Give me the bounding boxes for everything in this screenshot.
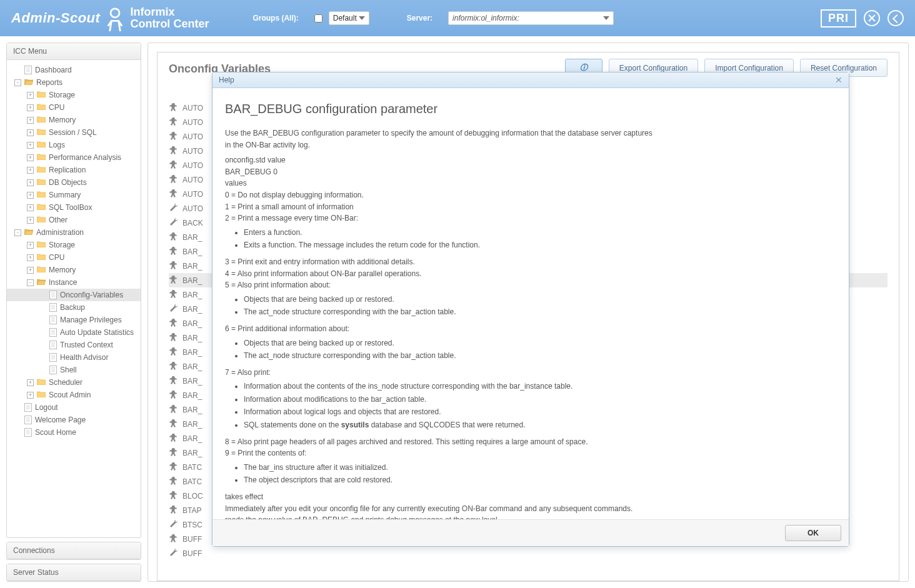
expand-toggle[interactable]: + bbox=[27, 129, 34, 136]
nav-item-memory[interactable]: +Memory bbox=[7, 264, 141, 276]
folder-icon bbox=[37, 216, 49, 224]
nav-item-storage[interactable]: +Storage bbox=[7, 89, 141, 101]
expand-toggle[interactable]: + bbox=[27, 217, 34, 224]
nav-item-logout[interactable]: Logout bbox=[7, 401, 141, 414]
nav-item-label: Storage bbox=[49, 91, 75, 99]
nav-item-manage-privileges[interactable]: Manage Privileges bbox=[7, 314, 141, 326]
help-v8: 8 = Also print page headers of all pages… bbox=[225, 436, 836, 448]
onconfig-var-label: AUTO bbox=[182, 204, 203, 213]
header-right: PRI bbox=[821, 9, 904, 27]
nav-item-welcome-page[interactable]: Welcome Page bbox=[7, 414, 141, 426]
disconnect-icon[interactable] bbox=[864, 10, 880, 26]
onconfig-var-label: BAR_ bbox=[182, 420, 202, 429]
nav-item-auto-update-statistics[interactable]: Auto Update Statistics bbox=[7, 326, 141, 339]
help-v5-li1: Objects that are being backed up or rest… bbox=[244, 294, 836, 306]
expand-toggle[interactable]: - bbox=[27, 279, 34, 286]
runner-icon bbox=[169, 260, 182, 272]
nav-item-label: Session / SQL bbox=[49, 128, 97, 137]
close-icon[interactable]: ✕ bbox=[835, 75, 842, 85]
help-v2: 2 = Print a message every time ON-Bar: bbox=[225, 212, 836, 224]
nav-item-label: Scout Home bbox=[35, 428, 76, 437]
nav-item-db-objects[interactable]: +DB Objects bbox=[7, 176, 141, 189]
nav-item-instance[interactable]: -Instance bbox=[7, 276, 141, 289]
server-status-header[interactable]: Server Status bbox=[7, 564, 141, 581]
expand-toggle[interactable]: - bbox=[14, 229, 21, 236]
help-v6-li2: The act_node structure corresponding wit… bbox=[244, 350, 836, 362]
wrench-icon bbox=[169, 519, 182, 531]
nav-item-summary[interactable]: +Summary bbox=[7, 189, 141, 201]
nav-item-reports[interactable]: -Reports bbox=[7, 76, 141, 89]
nav-item-scout-admin[interactable]: +Scout Admin bbox=[7, 389, 141, 401]
groups-select[interactable]: Default bbox=[329, 11, 369, 25]
expand-toggle[interactable]: + bbox=[27, 392, 34, 399]
back-icon[interactable] bbox=[888, 10, 904, 26]
nav-item-scout-home[interactable]: Scout Home bbox=[7, 426, 141, 439]
expand-toggle[interactable]: + bbox=[27, 204, 34, 211]
expand-toggle[interactable]: + bbox=[27, 104, 34, 111]
nav-item-label: Other bbox=[49, 216, 68, 224]
wrench-icon bbox=[169, 217, 182, 229]
nav-item-dashboard[interactable]: Dashboard bbox=[7, 64, 141, 76]
expand-toggle[interactable]: + bbox=[27, 192, 34, 199]
page-icon bbox=[49, 328, 57, 337]
page-icon bbox=[49, 341, 57, 349]
onconfig-var-label: AUTO bbox=[182, 132, 203, 141]
help-modal-header[interactable]: Help ✕ bbox=[212, 72, 849, 88]
onconfig-var-label: BAR_ bbox=[182, 377, 202, 386]
expand-toggle[interactable]: + bbox=[27, 92, 34, 99]
expand-toggle[interactable]: + bbox=[27, 267, 34, 274]
runner-icon bbox=[169, 490, 182, 502]
expand-toggle[interactable]: + bbox=[27, 117, 34, 124]
nav-item-cpu[interactable]: +CPU bbox=[7, 101, 141, 114]
expand-toggle[interactable]: - bbox=[14, 79, 21, 86]
nav-item-memory[interactable]: +Memory bbox=[7, 114, 141, 126]
nav-item-performance-analysis[interactable]: +Performance Analysis bbox=[7, 151, 141, 164]
nav-item-storage[interactable]: +Storage bbox=[7, 239, 141, 251]
onconfig-var-label: BATC bbox=[182, 477, 202, 486]
onconfig-var-label: BUFF bbox=[182, 549, 202, 558]
help-values-label: values bbox=[225, 177, 836, 189]
nav-item-session-sql[interactable]: +Session / SQL bbox=[7, 126, 141, 139]
app-header: Admin-Scout Informix Control Center Grou… bbox=[0, 0, 915, 36]
nav-item-trusted-context[interactable]: Trusted Context bbox=[7, 339, 141, 351]
expand-toggle[interactable]: + bbox=[27, 179, 34, 186]
page-icon bbox=[24, 403, 32, 412]
onconfig-var-label: AUTO bbox=[182, 190, 203, 199]
help-std2: BAR_DEBUG 0 bbox=[225, 166, 836, 178]
runner-icon bbox=[169, 361, 182, 372]
runner-icon bbox=[169, 432, 182, 444]
nav-item-label: Reports bbox=[36, 78, 62, 87]
nav-item-label: Memory bbox=[49, 116, 76, 124]
wrench-icon bbox=[169, 303, 182, 315]
icc-menu-header[interactable]: ICC Menu bbox=[7, 43, 141, 60]
onconfig-var-label: BAR_ bbox=[182, 406, 202, 414]
nav-item-onconfig-variables[interactable]: Onconfig-Variables bbox=[7, 289, 141, 301]
nav-item-label: Memory bbox=[49, 266, 76, 274]
server-select[interactable]: informix:ol_informix: bbox=[448, 11, 614, 25]
expand-toggle[interactable]: + bbox=[27, 167, 34, 174]
expand-toggle[interactable]: + bbox=[27, 379, 34, 386]
connections-header[interactable]: Connections bbox=[7, 542, 141, 559]
ok-button[interactable]: OK bbox=[785, 525, 841, 541]
expand-toggle[interactable]: + bbox=[27, 154, 34, 161]
expand-toggle[interactable]: + bbox=[27, 142, 34, 149]
nav-item-replication[interactable]: +Replication bbox=[7, 164, 141, 176]
help-v2-li1: Enters a function. bbox=[244, 227, 836, 239]
nav-item-other[interactable]: +Other bbox=[7, 214, 141, 226]
nav-item-backup[interactable]: Backup bbox=[7, 301, 141, 314]
nav-item-label: Backup bbox=[60, 303, 85, 312]
logo-icon bbox=[106, 7, 124, 29]
help-modal-footer: OK bbox=[212, 519, 849, 546]
nav-item-scheduler[interactable]: +Scheduler bbox=[7, 376, 141, 389]
nav-item-logs[interactable]: +Logs bbox=[7, 139, 141, 151]
nav-item-shell[interactable]: Shell bbox=[7, 364, 141, 376]
groups-checkbox[interactable] bbox=[314, 14, 322, 22]
expand-toggle[interactable]: + bbox=[27, 242, 34, 249]
onconfig-var-row[interactable]: BUFF bbox=[169, 546, 888, 561]
nav-item-health-advisor[interactable]: Health Advisor bbox=[7, 351, 141, 364]
help-v2-li2: Exits a function. The message includes t… bbox=[244, 239, 836, 251]
nav-item-administration[interactable]: -Administration bbox=[7, 226, 141, 239]
nav-item-sql-toolbox[interactable]: +SQL ToolBox bbox=[7, 201, 141, 214]
expand-toggle[interactable]: + bbox=[27, 254, 34, 261]
nav-item-cpu[interactable]: +CPU bbox=[7, 251, 141, 264]
